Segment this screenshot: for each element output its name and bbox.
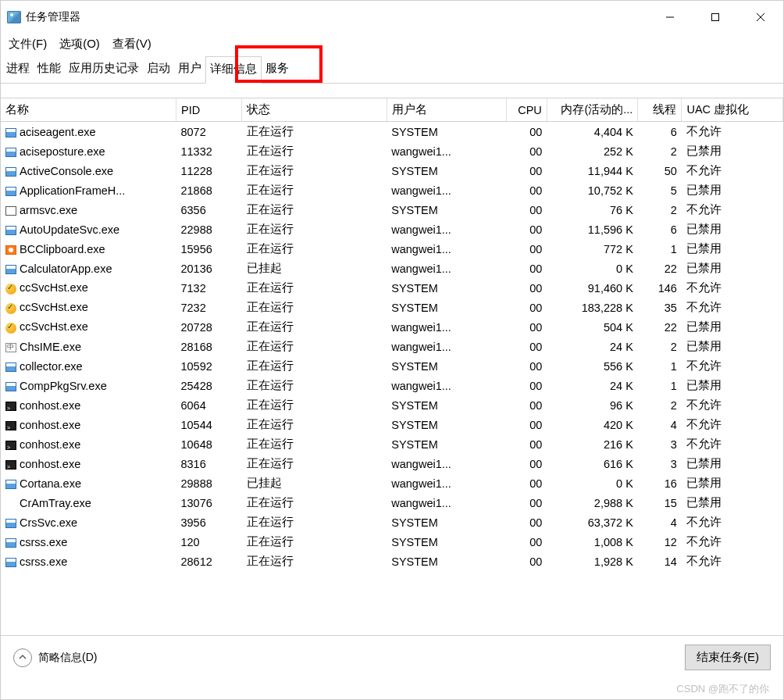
table-row[interactable]: ccSvcHst.exe7232正在运行SYSTEM00183,228 K35不… <box>1 298 783 317</box>
table-row[interactable]: ChsIME.exe28168正在运行wangwei1...0024 K2已禁用 <box>1 337 783 356</box>
process-uac: 不允许 <box>682 395 783 415</box>
menu-options[interactable]: 选项(O) <box>59 37 100 52</box>
process-memory: 24 K <box>547 376 638 395</box>
table-row[interactable]: CalculatorApp.exe20136已挂起wangwei1...000 … <box>1 259 783 278</box>
process-threads: 2 <box>638 141 682 161</box>
process-name: CrAmTray.exe <box>20 497 91 509</box>
process-memory: 252 K <box>547 141 638 161</box>
process-status: 正在运行 <box>242 493 387 512</box>
process-uac: 不允许 <box>682 298 783 317</box>
process-name: conhost.exe <box>20 399 80 412</box>
col-header-memory[interactable]: 内存(活动的... <box>547 98 638 122</box>
process-cpu: 00 <box>506 454 547 473</box>
table-row[interactable]: CrsSvc.exe3956正在运行SYSTEM0063,372 K4不允许 <box>1 512 783 532</box>
table-row[interactable]: ActiveConsole.exe11228正在运行SYSTEM0011,944… <box>1 161 783 180</box>
table-row[interactable]: collector.exe10592正在运行SYSTEM00556 K1不允许 <box>1 356 783 376</box>
process-user: SYSTEM <box>387 512 506 532</box>
tab-details[interactable]: 详细信息 <box>205 56 262 84</box>
process-name: CompPkgSrv.exe <box>20 380 107 392</box>
process-user: wangwei1... <box>387 337 506 356</box>
col-header-status[interactable]: 状态 <box>242 98 387 122</box>
process-status: 正在运行 <box>242 512 387 532</box>
table-row[interactable]: csrss.exe120正在运行SYSTEM001,008 K12不允许 <box>1 532 783 552</box>
table-row[interactable]: aciseagent.exe8072正在运行SYSTEM004,404 K6不允… <box>1 122 783 142</box>
process-status: 正在运行 <box>242 395 387 415</box>
col-header-cpu[interactable]: CPU <box>506 98 547 122</box>
process-cpu: 00 <box>506 512 547 532</box>
table-row[interactable]: ccSvcHst.exe7132正在运行SYSTEM0091,460 K146不… <box>1 278 783 298</box>
table-row[interactable]: conhost.exe6064正在运行SYSTEM0096 K2不允许 <box>1 395 783 415</box>
menu-file[interactable]: 文件(F) <box>9 37 47 52</box>
col-header-threads[interactable]: 线程 <box>638 98 682 122</box>
table-row[interactable]: conhost.exe10544正在运行SYSTEM00420 K4不允许 <box>1 415 783 434</box>
process-status: 正在运行 <box>242 180 387 200</box>
tab-processes[interactable]: 进程 <box>2 56 34 83</box>
svg-rect-1 <box>712 14 719 21</box>
table-row[interactable]: csrss.exe28612正在运行SYSTEM001,928 K14不允许 <box>1 552 783 571</box>
process-threads: 1 <box>638 356 682 376</box>
process-cpu: 00 <box>506 376 547 395</box>
process-icon <box>5 167 16 177</box>
process-uac: 不允许 <box>682 434 783 454</box>
process-pid: 22988 <box>176 220 241 239</box>
process-cpu: 00 <box>506 220 547 239</box>
table-row[interactable]: armsvc.exe6356正在运行SYSTEM0076 K2不允许 <box>1 200 783 220</box>
table-row[interactable]: Cortana.exe29888已挂起wangwei1...000 K16已禁用 <box>1 473 783 493</box>
table-row[interactable]: conhost.exe10648正在运行SYSTEM00216 K3不允许 <box>1 434 783 454</box>
process-name: AutoUpdateSvc.exe <box>20 223 119 236</box>
process-cpu: 00 <box>506 161 547 180</box>
process-uac: 已禁用 <box>682 337 783 356</box>
process-uac: 不允许 <box>682 356 783 376</box>
process-name: aciseposture.exe <box>20 145 105 158</box>
col-header-pid[interactable]: PID <box>176 98 241 122</box>
process-status: 正在运行 <box>242 532 387 552</box>
process-user: SYSTEM <box>387 552 506 571</box>
table-row[interactable]: AutoUpdateSvc.exe22988正在运行wangwei1...001… <box>1 220 783 239</box>
process-user: wangwei1... <box>387 493 506 512</box>
watermark: CSDN @跑不了的你 <box>676 682 769 696</box>
process-cpu: 00 <box>506 337 547 356</box>
fewer-details-toggle[interactable]: 简略信息(D) <box>13 648 97 667</box>
tab-performance[interactable]: 性能 <box>34 56 65 83</box>
process-memory: 772 K <box>547 239 638 259</box>
process-threads: 16 <box>638 473 682 493</box>
process-uac: 已禁用 <box>682 259 783 278</box>
process-name: ChsIME.exe <box>20 341 81 353</box>
table-row[interactable]: ccSvcHst.exe20728正在运行wangwei1...00504 K2… <box>1 317 783 337</box>
process-pid: 10544 <box>176 415 241 434</box>
col-header-user[interactable]: 用户名 <box>387 98 506 122</box>
tab-app-history[interactable]: 应用历史记录 <box>65 56 143 83</box>
table-row[interactable]: conhost.exe8316正在运行wangwei1...00616 K3已禁… <box>1 454 783 473</box>
process-status: 正在运行 <box>242 200 387 220</box>
minimize-button[interactable] <box>647 1 693 34</box>
table-row[interactable]: aciseposture.exe11332正在运行wangwei1...0025… <box>1 141 783 161</box>
menu-view[interactable]: 查看(V) <box>112 37 151 52</box>
table-row[interactable]: CrAmTray.exe13076正在运行wangwei1...002,988 … <box>1 493 783 512</box>
process-user: wangwei1... <box>387 180 506 200</box>
process-pid: 13076 <box>176 493 241 512</box>
process-table-container[interactable]: 名称 PID 状态 用户名 CPU 内存(活动的... 线程 UAC 虚拟化 a… <box>1 98 783 635</box>
process-uac: 不允许 <box>682 552 783 571</box>
table-row[interactable]: BCClipboard.exe15956正在运行wangwei1...00772… <box>1 239 783 259</box>
process-user: wangwei1... <box>387 259 506 278</box>
process-uac: 不允许 <box>682 512 783 532</box>
end-task-button[interactable]: 结束任务(E) <box>685 645 771 670</box>
process-memory: 183,228 K <box>547 298 638 317</box>
tab-services[interactable]: 服务 <box>262 56 293 83</box>
process-memory: 216 K <box>547 434 638 454</box>
process-threads: 15 <box>638 493 682 512</box>
tab-startup[interactable]: 启动 <box>143 56 174 83</box>
table-row[interactable]: CompPkgSrv.exe25428正在运行wangwei1...0024 K… <box>1 376 783 395</box>
table-row[interactable]: ApplicationFrameH...21868正在运行wangwei1...… <box>1 180 783 200</box>
maximize-button[interactable] <box>693 1 738 34</box>
process-threads: 2 <box>638 337 682 356</box>
process-status: 正在运行 <box>242 141 387 161</box>
tab-users[interactable]: 用户 <box>174 56 205 83</box>
close-button[interactable] <box>738 1 783 34</box>
process-pid: 15956 <box>176 239 241 259</box>
col-header-name[interactable]: 名称 <box>1 98 176 122</box>
process-name: BCClipboard.exe <box>20 243 105 255</box>
process-pid: 25428 <box>176 376 241 395</box>
col-header-uac[interactable]: UAC 虚拟化 <box>682 98 783 122</box>
process-status: 正在运行 <box>242 317 387 337</box>
